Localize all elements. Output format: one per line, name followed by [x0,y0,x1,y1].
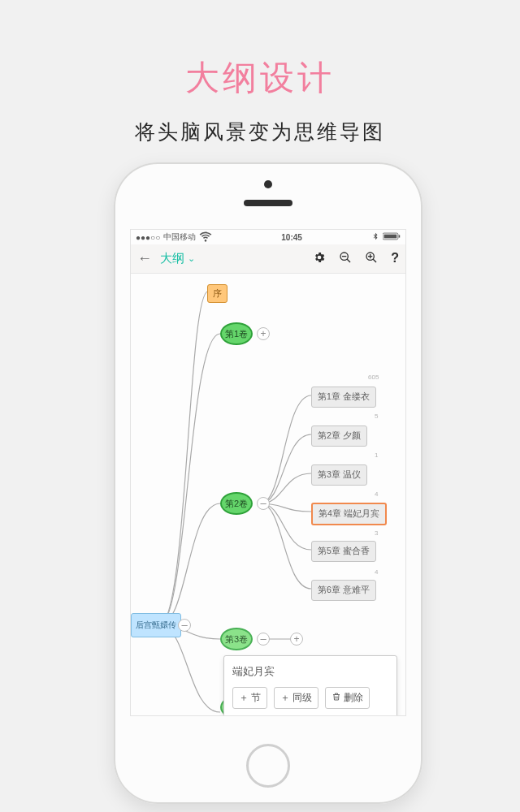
outline-dropdown[interactable]: 大纲 ⌄ [160,251,195,266]
page-headline: 大纲设计 [0,55,520,101]
svg-line-9 [373,259,376,262]
wifi-icon [199,230,212,244]
status-time: 10:45 [281,233,302,242]
collapse-vol2[interactable]: – [257,497,270,510]
node-vol2[interactable]: 第2卷 [220,492,253,515]
zoom-in-icon[interactable] [365,251,378,267]
back-button[interactable]: ← [137,250,152,267]
add-child-label: 节 [251,691,261,705]
node-root[interactable]: 后宫甄嬛传 [131,613,181,637]
node-chapter-2[interactable]: 第2章 夕颜 [311,425,367,447]
vol2-count: 605 [368,374,379,381]
collapse-vol3[interactable]: – [257,633,270,646]
node-chapter-6[interactable]: 第6章 意难平 [311,580,376,601]
add-child-vol1[interactable]: + [257,327,270,340]
add-child-button[interactable]: ＋ 节 [232,687,267,709]
bluetooth-icon [371,232,379,242]
add-sibling-button[interactable]: ＋ 同级 [274,687,318,709]
phone-camera [264,180,272,188]
popup-title: 端妃月宾 [232,664,388,679]
mindmap-canvas[interactable]: 序 第1卷 + 605 第1章 金缕衣 5 第2章 夕颜 1 第3章 温仪 4 … [131,274,405,716]
delete-button[interactable]: 删除 [325,687,370,709]
help-icon[interactable]: ? [391,251,399,267]
node-chapter-5[interactable]: 第5章 蜜合香 [311,541,376,562]
count-ch3: 4 [375,490,378,498]
settings-icon[interactable] [313,251,326,267]
signal-dots: ●●●○○ [136,233,160,242]
node-vol1[interactable]: 第1卷 [220,322,253,345]
svg-line-5 [347,259,350,262]
svg-rect-2 [399,235,401,237]
carrier-label: 中国移动 [163,231,196,243]
node-edit-popup: 端妃月宾 ＋ 节 ＋ 同级 删除 [223,655,397,716]
trash-icon [332,692,341,704]
connector-lines [131,274,405,716]
phone-speaker [244,200,292,206]
home-button[interactable] [246,744,290,788]
page-subline: 将头脑风景变为思维导图 [0,119,520,145]
chevron-down-icon: ⌄ [188,253,195,264]
node-chapter-3[interactable]: 第3章 温仪 [311,464,367,486]
svg-rect-1 [384,235,397,239]
count-ch2: 1 [375,451,378,459]
node-vol3[interactable]: 第3卷 [220,628,253,650]
add-child-vol3[interactable]: + [290,633,303,646]
count-ch6: 4 [375,568,378,576]
phone-frame: ●●●○○ 中国移动 10:45 ← 大纲 [114,162,422,804]
plus-icon: ＋ [280,691,290,705]
count-ch5: 3 [375,529,378,537]
status-bar: ●●●○○ 中国移动 10:45 [131,230,405,244]
node-chapter-1[interactable]: 第1章 金缕衣 [311,387,376,408]
add-sibling-label: 同级 [292,691,312,705]
battery-icon [383,232,401,242]
phone-screen: ●●●○○ 中国移动 10:45 ← 大纲 [130,229,406,716]
collapse-root[interactable]: – [178,619,191,632]
delete-label: 删除 [344,691,363,705]
app-toolbar: ← 大纲 ⌄ ? [131,244,405,274]
plus-icon: ＋ [239,691,249,705]
outline-label: 大纲 [160,251,184,266]
count-ch1: 5 [375,412,378,420]
zoom-out-icon[interactable] [339,251,352,267]
node-prologue[interactable]: 序 [207,284,228,303]
node-chapter-4-selected[interactable]: 第4章 端妃月宾 [311,503,387,525]
